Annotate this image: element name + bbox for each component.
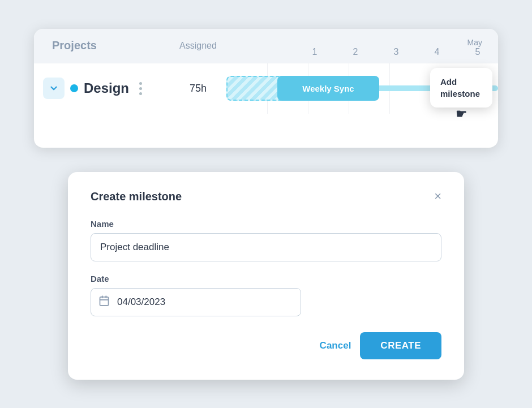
modal-close-button[interactable]: × [434,190,441,203]
gantt-day-1: 1 [294,47,335,57]
gantt-day-4: 4 [417,47,457,57]
create-milestone-modal: Create milestone × Name Date Cancel CREA… [68,172,464,380]
modal-header: Create milestone × [91,190,441,203]
gantt-bar-label: Weekly Sync [302,84,354,93]
date-label: Date [91,274,441,284]
cancel-button[interactable]: Cancel [320,340,351,351]
gantt-month-label: May [467,38,482,47]
gantt-days-row: 1 2 3 4 5 [226,47,498,57]
add-milestone-tooltip[interactable]: Add milestone ☛ [430,68,492,108]
kebab-dot-2 [139,87,142,90]
modal-footer: Cancel CREATE [91,332,441,359]
gantt-day-3: 3 [376,47,417,57]
gantt-assigned-label: Assigned [170,41,226,51]
tooltip-line2: milestone [440,88,482,100]
create-button[interactable]: CREATE [360,332,441,359]
project-name: Design [84,80,129,96]
kebab-menu-button[interactable] [137,80,144,97]
calendar-icon [98,295,110,309]
date-input-wrapper [91,288,441,316]
svg-rect-0 [100,297,109,305]
gantt-day-5: 5 [457,47,498,57]
status-dot [70,84,78,92]
gantt-day-2: 2 [335,47,376,57]
gantt-timeline: Weekly Sync Add milestone ☛ [226,63,498,114]
gantt-card: Projects Assigned May 1 2 3 4 5 [34,29,498,148]
gantt-hours: 75h [170,83,226,95]
gantt-projects-label: Projects [34,39,170,52]
gantt-row-design: Design 75h Weekly Sync [34,63,498,114]
gantt-header: Projects Assigned May 1 2 3 4 5 [34,29,498,63]
modal-title: Create milestone [91,190,182,203]
cursor-icon: ☛ [456,106,467,123]
gantt-days-header: May 1 2 3 4 5 [226,35,498,57]
gantt-bar-solid: Weekly Sync [277,76,379,101]
gantt-row-left: Design [34,78,170,99]
chevron-down-icon [49,83,59,93]
expand-button[interactable] [43,78,65,99]
name-label: Name [91,219,441,229]
date-input[interactable] [91,288,301,316]
name-input[interactable] [91,233,441,261]
kebab-dot-1 [139,82,142,85]
kebab-dot-3 [139,92,142,95]
tooltip-line1: Add [440,76,482,88]
